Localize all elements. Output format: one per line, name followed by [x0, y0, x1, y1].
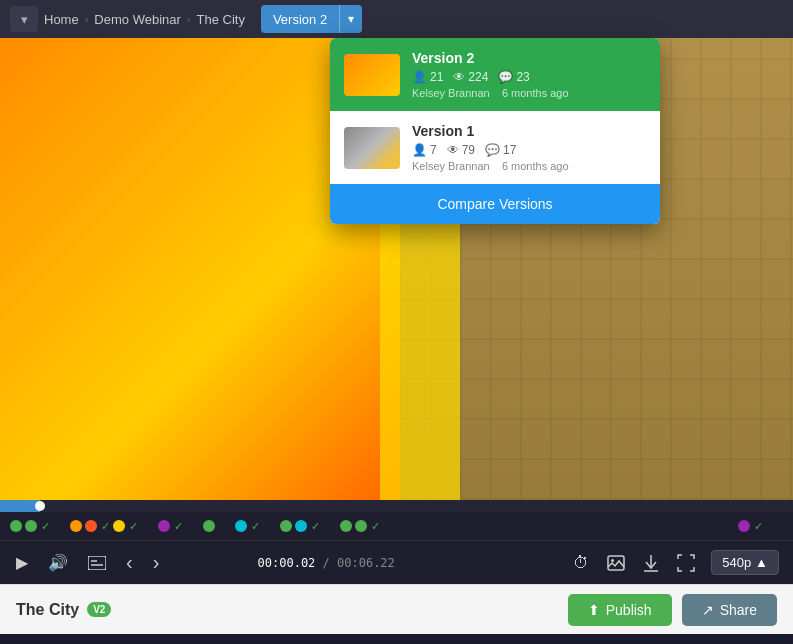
- annotation-dot-orange-2[interactable]: [85, 520, 97, 532]
- dot-group-6: ✓: [280, 520, 320, 533]
- breadcrumb-home[interactable]: Home: [44, 12, 79, 27]
- version-info-v1: Version 1 👤 7 👁 79 💬 17 Kelsey Brannan: [412, 123, 646, 172]
- download-icon: [643, 554, 659, 572]
- captions-button[interactable]: [86, 554, 108, 572]
- annotation-dot-green-1[interactable]: [10, 520, 22, 532]
- publish-icon: ⬆: [588, 602, 600, 618]
- play-icon: ▶: [16, 553, 28, 572]
- download-button[interactable]: [641, 552, 661, 574]
- time-separator: /: [323, 556, 337, 570]
- right-controls: ⏱ 540p ▲: [571, 550, 779, 575]
- check-icon-end: ✓: [754, 520, 763, 533]
- topbar-dropdown-button[interactable]: ▾: [10, 6, 38, 32]
- dot-group-end: ✓: [738, 520, 763, 533]
- annotation-dot-split[interactable]: [295, 520, 307, 532]
- share-label: Share: [720, 602, 757, 618]
- comment-icon-v2: 💬: [498, 70, 513, 84]
- check-icon-2: ✓: [101, 520, 110, 533]
- play-button[interactable]: ▶: [14, 551, 30, 574]
- annotation-row: ✓ ✓ ✓ ✓ ✓ ✓ ✓ ✓: [0, 512, 793, 540]
- version-thumb-v1: [344, 127, 400, 169]
- next-frame-button[interactable]: ›: [151, 549, 162, 576]
- version-item-v2[interactable]: Version 2 👤 21 👁 224 💬 23 Kelsey Brannan: [330, 38, 660, 111]
- time-current: 00:00.02: [258, 556, 316, 570]
- version-arrow-button[interactable]: ▾: [339, 5, 362, 33]
- check-icon-6: ✓: [311, 520, 320, 533]
- captions-icon: [88, 556, 106, 570]
- breadcrumb-project[interactable]: Demo Webinar: [94, 12, 180, 27]
- breadcrumb-sep-1: ›: [85, 13, 89, 25]
- quality-chevron-icon: ▲: [755, 555, 768, 570]
- eye-icon-v1: 👁: [447, 143, 459, 157]
- annotation-dot-purple[interactable]: [158, 520, 170, 532]
- v2-likes: 👤 21: [412, 70, 443, 84]
- version-selector: Version 2 ▾: [261, 5, 362, 33]
- publish-button[interactable]: ⬆ Publish: [568, 594, 672, 626]
- quality-label: 540p: [722, 555, 751, 570]
- project-title-text: The City: [16, 601, 79, 619]
- dot-group-7: ✓: [340, 520, 380, 533]
- quality-button[interactable]: 540p ▲: [711, 550, 779, 575]
- version-name-v1: Version 1: [412, 123, 646, 139]
- annotation-dot-orange[interactable]: [70, 520, 82, 532]
- version-name-v2: Version 2: [412, 50, 646, 66]
- v1-likes: 👤 7: [412, 143, 437, 157]
- prev-frame-button[interactable]: ‹: [124, 549, 135, 576]
- next-icon: ›: [153, 551, 160, 574]
- svg-rect-0: [88, 556, 106, 570]
- bottom-bar: The City V2 ⬆ Publish ↗ Share: [0, 584, 793, 634]
- person-icon-v1: 👤: [412, 143, 427, 157]
- version-main-button[interactable]: Version 2: [261, 5, 339, 33]
- annotation-dot-green-6[interactable]: [355, 520, 367, 532]
- check-icon-5: ✓: [251, 520, 260, 533]
- eye-icon-v2: 👁: [453, 70, 465, 84]
- time-total: 00:06.22: [337, 556, 395, 570]
- breadcrumb-item[interactable]: The City: [197, 12, 245, 27]
- topbar: ▾ Home › Demo Webinar › The City Version…: [0, 0, 793, 38]
- prev-icon: ‹: [126, 551, 133, 574]
- image-icon: [607, 555, 625, 571]
- person-icon-v2: 👤: [412, 70, 427, 84]
- fullscreen-icon: [677, 554, 695, 572]
- annotation-dot-green-3[interactable]: [203, 520, 215, 532]
- check-icon-7: ✓: [371, 520, 380, 533]
- timer-button[interactable]: ⏱: [571, 552, 591, 574]
- volume-button[interactable]: 🔊: [46, 551, 70, 574]
- check-icon-4: ✓: [174, 520, 183, 533]
- timeline-bar[interactable]: [0, 500, 793, 512]
- publish-label: Publish: [606, 602, 652, 618]
- dropdown-icon: ▾: [21, 12, 28, 27]
- fullscreen-button[interactable]: [675, 552, 697, 574]
- controls-bar: ▶ 🔊 ‹ › 00:00.02 / 00:06.22 ⏱: [0, 540, 793, 584]
- breadcrumb-sep-2: ›: [187, 13, 191, 25]
- version-item-v1[interactable]: Version 1 👤 7 👁 79 💬 17 Kelsey Brannan: [330, 111, 660, 184]
- dot-group-1: ✓: [10, 520, 50, 533]
- share-icon: ↗: [702, 602, 714, 618]
- annotation-dot-yellow[interactable]: [113, 520, 125, 532]
- annotation-dot-green-5[interactable]: [340, 520, 352, 532]
- annotation-dot-green-2[interactable]: [25, 520, 37, 532]
- timer-icon: ⏱: [573, 554, 589, 572]
- dot-group-4: [203, 520, 215, 532]
- timeline-handle[interactable]: [35, 501, 45, 511]
- share-button[interactable]: ↗ Share: [682, 594, 777, 626]
- annotation-dot-purple-end[interactable]: [738, 520, 750, 532]
- compare-versions-button[interactable]: Compare Versions: [330, 184, 660, 224]
- volume-icon: 🔊: [48, 553, 68, 572]
- v1-views: 👁 79: [447, 143, 475, 157]
- annotation-dot-teal[interactable]: [235, 520, 247, 532]
- check-icon-1: ✓: [41, 520, 50, 533]
- breadcrumb: Home › Demo Webinar › The City: [44, 12, 245, 27]
- v1-comments: 💬 17: [485, 143, 516, 157]
- v2-comments: 💬 23: [498, 70, 529, 84]
- v2-views: 👁 224: [453, 70, 488, 84]
- comment-icon-v1: 💬: [485, 143, 500, 157]
- annotation-dot-green-4[interactable]: [280, 520, 292, 532]
- project-title: The City V2: [16, 601, 111, 619]
- version-thumb-v2: [344, 54, 400, 96]
- dot-group-2: ✓ ✓: [70, 520, 138, 533]
- version-dropdown: Version 2 👤 21 👁 224 💬 23 Kelsey Brannan: [330, 38, 660, 224]
- dot-group-3: ✓: [158, 520, 183, 533]
- bottom-actions: ⬆ Publish ↗ Share: [568, 594, 777, 626]
- image-button[interactable]: [605, 553, 627, 573]
